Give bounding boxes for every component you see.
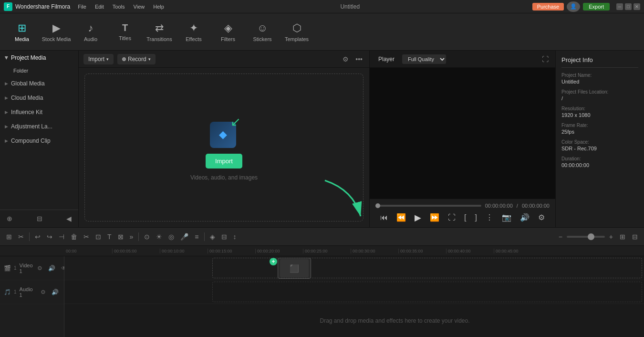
adjustment-label: Adjustment La... — [11, 123, 52, 130]
sidebar-item-global-media[interactable]: ▶ Global Media — [0, 76, 78, 91]
fullscreen-icon[interactable]: ⛶ — [540, 54, 551, 64]
record-button[interactable]: Record ▾ — [117, 54, 156, 64]
content-area: ▶ Project Media Folder ▶ Global Media ▶ … — [0, 51, 644, 227]
toolbar-transitions[interactable]: ⇄ Transitions — [143, 16, 176, 48]
toolbar-media[interactable]: ⊞ Media — [6, 16, 38, 48]
text-button[interactable]: T — [105, 232, 114, 242]
magnet-button[interactable]: ✂ — [16, 232, 26, 242]
close-button[interactable]: ✕ — [634, 3, 640, 10]
fit-view-button[interactable]: ⊞ — [617, 232, 628, 242]
step-back-button[interactable]: ⏪ — [394, 212, 409, 223]
quality-select[interactable]: Full Quality — [402, 54, 446, 64]
snapshot-button[interactable]: 📷 — [499, 212, 514, 223]
current-time: 00:00:00:00 — [485, 203, 513, 209]
delete-button[interactable]: 🗑 — [68, 232, 80, 242]
sidebar-item-project-media[interactable]: ▶ Project Media — [0, 51, 78, 65]
filmora-diamond-icon: ◆ — [219, 128, 227, 141]
color-button[interactable]: ☀ — [154, 232, 165, 242]
ripple-delete-button[interactable]: ⊣ — [56, 232, 67, 242]
caption-button[interactable]: ≡ — [192, 232, 201, 242]
toolbar-stickers[interactable]: ☺ Stickers — [246, 16, 279, 48]
more-options-icon[interactable]: ••• — [353, 54, 364, 64]
maximize-button[interactable]: □ — [625, 3, 632, 10]
progress-bar[interactable] — [375, 205, 481, 207]
colorspace-label: Color Space: — [561, 139, 638, 145]
framerate-label: Frame Rate: — [561, 123, 638, 128]
progress-handle[interactable] — [375, 203, 380, 208]
undo-button[interactable]: ↩ — [32, 232, 43, 242]
normalize-button[interactable]: ↕ — [231, 232, 239, 242]
menu-help[interactable]: Help — [149, 3, 168, 11]
sidebar-item-cloud-media[interactable]: ▶ Cloud Media — [0, 91, 78, 105]
audio-settings-button[interactable]: ⚙ — [39, 288, 47, 296]
transform-button[interactable]: ⊠ — [115, 232, 126, 242]
crop-btn[interactable]: ⊡ — [93, 232, 104, 242]
import-icon-wrapper: ◆ ↙ — [208, 115, 241, 148]
mask-button[interactable]: ◎ — [166, 232, 177, 242]
sidebar-item-folder[interactable]: Folder — [0, 65, 78, 76]
filters-label: Filters — [221, 36, 235, 42]
ai-audio-button[interactable]: ⊟ — [219, 232, 229, 242]
toolbar-stock-media[interactable]: ▶ Stock Media — [40, 16, 73, 48]
crop-button[interactable]: ⛶ — [445, 212, 458, 223]
menu-file[interactable]: File — [74, 3, 90, 11]
toolbar-audio[interactable]: ♪ Audio — [74, 16, 107, 48]
sidebar-item-influence-kit[interactable]: ▶ Influence Kit — [0, 105, 78, 119]
zoom-out-button[interactable]: − — [556, 232, 565, 242]
resolution-label: Resolution: — [561, 106, 638, 111]
player-header-right: ⛶ — [540, 54, 551, 64]
audio-label: Audio — [84, 36, 97, 42]
zoom-handle[interactable] — [588, 233, 594, 240]
audio-track-row — [64, 280, 644, 304]
split-button[interactable]: ⋮ — [483, 212, 496, 223]
menu-tools[interactable]: Tools — [109, 3, 129, 11]
export-button[interactable]: Export — [583, 3, 610, 11]
out-point-button[interactable]: ] — [472, 212, 480, 223]
ruler-mark-4: 00:00:20:00 — [255, 249, 303, 253]
audio-mute-button[interactable]: 🔊 — [50, 288, 60, 296]
minimize-button[interactable]: ─ — [616, 3, 623, 10]
import-button[interactable]: Import ▾ — [83, 54, 114, 64]
cloud-media-label: Cloud Media — [11, 95, 43, 101]
import-big-button[interactable]: Import — [206, 154, 242, 168]
add-track-button[interactable]: ⊞ — [4, 232, 14, 242]
motion-track-button[interactable]: ⊙ — [142, 232, 152, 242]
time-separator: / — [517, 203, 518, 209]
drop-instruction-text: Drag and drop media and effects here to … — [320, 317, 470, 324]
menu-view[interactable]: View — [130, 3, 149, 11]
toolbar-templates[interactable]: ⬡ Templates — [280, 16, 313, 48]
sidebar-item-adjustment-layer[interactable]: ▶ Adjustment La... — [0, 119, 78, 134]
window-title: Untitled — [340, 3, 360, 10]
in-point-button[interactable]: [ — [461, 212, 469, 223]
more-tools-button[interactable]: » — [127, 232, 136, 242]
toolbar-divider-1 — [29, 232, 30, 241]
video-track-row: + ⬛ — [64, 256, 644, 280]
stickers-icon: ☺ — [257, 22, 268, 34]
step-forward-button[interactable]: ⏩ — [427, 212, 442, 223]
volume-button[interactable]: 🔊 — [517, 212, 532, 223]
filter-icon[interactable]: ⚙ — [341, 54, 351, 64]
toolbar-filters[interactable]: ◈ Filters — [212, 16, 244, 48]
video-settings-button[interactable]: ⚙ — [36, 264, 44, 272]
settings-button[interactable]: ⚙ — [535, 212, 548, 223]
toolbar-effects[interactable]: ✦ Effects — [177, 16, 210, 48]
skip-back-button[interactable]: ⏮ — [377, 212, 391, 223]
info-row-duration: Duration: 00:00:00:00 — [561, 156, 638, 168]
sidebar-item-compound-clip[interactable]: ▶ Compound Clip — [0, 134, 78, 148]
voiceover-button[interactable]: 🎤 — [178, 232, 191, 242]
menu-edit[interactable]: Edit — [91, 3, 108, 11]
purchase-button[interactable]: Purchase — [532, 3, 564, 11]
list-view-button[interactable]: ⊟ — [35, 214, 44, 223]
collapse-panel-button[interactable]: ◀ — [64, 214, 73, 223]
zoom-in-button[interactable]: + — [607, 232, 615, 242]
redo-button[interactable]: ↪ — [44, 232, 55, 242]
video-mute-button[interactable]: 🔊 — [47, 264, 57, 272]
user-avatar[interactable]: 👤 — [567, 1, 580, 12]
ai-clip-button[interactable]: ◈ — [208, 232, 218, 242]
cut-button[interactable]: ✂ — [81, 232, 92, 242]
toolbar-titles[interactable]: T Titles — [109, 16, 141, 48]
zoom-slider[interactable] — [567, 236, 605, 238]
play-button[interactable]: ▶ — [412, 211, 424, 224]
layout-button[interactable]: ⊟ — [630, 232, 640, 242]
add-panel-button[interactable]: ⊕ — [5, 214, 14, 223]
